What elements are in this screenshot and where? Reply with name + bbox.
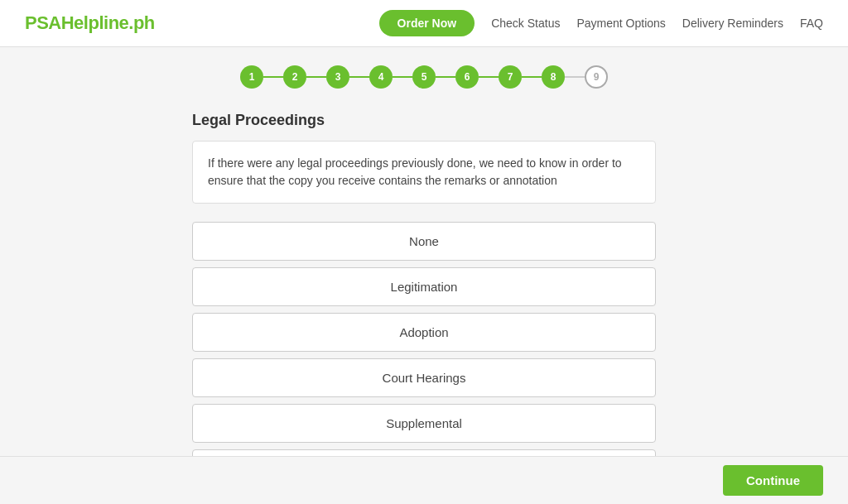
step-line-8 bbox=[565, 76, 585, 78]
step-9: 9 bbox=[585, 65, 608, 89]
order-now-button[interactable]: Order Now bbox=[379, 10, 475, 36]
continue-button[interactable]: Continue bbox=[723, 465, 823, 496]
payment-options-link[interactable]: Payment Options bbox=[576, 17, 665, 30]
delivery-reminders-link[interactable]: Delivery Reminders bbox=[682, 17, 783, 30]
step-line-3 bbox=[349, 76, 369, 78]
step-1: 1 bbox=[240, 65, 263, 89]
main-content: Legal Proceedings If there were any lega… bbox=[176, 97, 672, 504]
info-box: If there were any legal proceedings prev… bbox=[192, 141, 656, 204]
step-line-4 bbox=[393, 76, 412, 78]
step-2: 2 bbox=[283, 65, 306, 89]
option-button-adoption[interactable]: Adoption bbox=[192, 313, 656, 352]
step-line-6 bbox=[479, 76, 499, 78]
option-button-none[interactable]: None bbox=[192, 222, 656, 261]
logo: PSAHelpline.ph bbox=[25, 12, 155, 34]
step-line-7 bbox=[522, 76, 542, 78]
step-8: 8 bbox=[542, 65, 565, 89]
step-6: 6 bbox=[455, 65, 479, 89]
step-line-2 bbox=[306, 76, 326, 78]
option-button-legitimation[interactable]: Legitimation bbox=[192, 267, 656, 306]
step-5: 5 bbox=[412, 65, 436, 89]
check-status-link[interactable]: Check Status bbox=[491, 17, 560, 30]
step-7: 7 bbox=[499, 65, 522, 89]
faq-link[interactable]: FAQ bbox=[800, 17, 823, 30]
step-4: 4 bbox=[369, 65, 393, 89]
step-3: 3 bbox=[326, 65, 349, 89]
nav: Order Now Check Status Payment Options D… bbox=[379, 10, 823, 36]
step-line-5 bbox=[436, 76, 455, 78]
option-button-supplemental[interactable]: Supplemental bbox=[192, 404, 656, 443]
stepper: 123456789 bbox=[0, 47, 848, 97]
option-button-court-hearings[interactable]: Court Hearings bbox=[192, 358, 656, 397]
header: PSAHelpline.ph Order Now Check Status Pa… bbox=[0, 0, 848, 47]
footer-bar: Continue bbox=[0, 456, 848, 504]
section-title: Legal Proceedings bbox=[192, 112, 656, 129]
step-line-1 bbox=[263, 76, 283, 78]
